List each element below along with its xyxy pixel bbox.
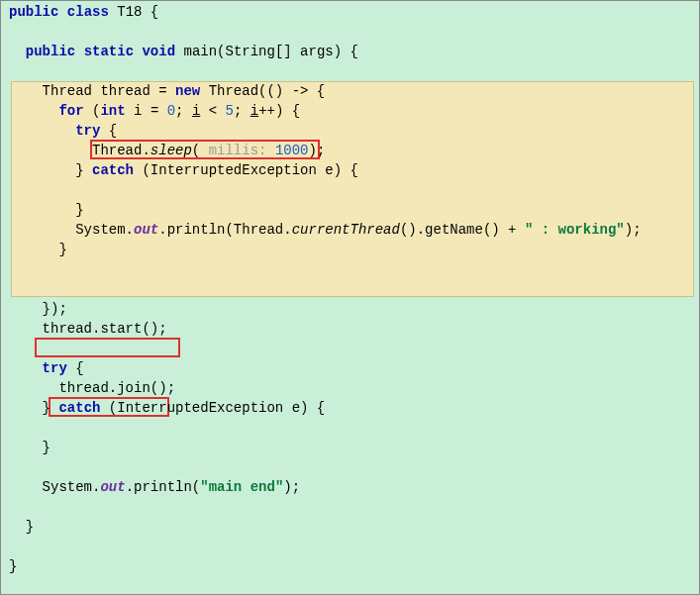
code-line: } — [1, 556, 699, 576]
param-hint-millis: millis: — [209, 143, 267, 158]
code-line: } — [1, 200, 699, 220]
code-line — [1, 22, 699, 42]
keyword-catch: catch — [58, 400, 100, 416]
code-line — [1, 537, 699, 556]
keyword-static: static — [84, 44, 134, 59]
code-editor[interactable]: public class T18 { public static void ma… — [1, 1, 699, 594]
code-line: try { — [1, 358, 699, 378]
code-line: System.out.println(Thread.currentThread(… — [1, 220, 699, 240]
static-method-sleep: sleep — [150, 143, 192, 158]
code-line: Thread thread = new Thread(() -> { — [1, 81, 699, 101]
keyword-public: public — [9, 4, 58, 20]
code-line: public class T18 { — [1, 2, 699, 22]
keyword-try: try — [75, 123, 100, 139]
code-line — [1, 61, 699, 81]
keyword-class: class — [67, 4, 109, 20]
keyword-catch: catch — [92, 162, 134, 178]
annotation-box-start — [35, 338, 180, 357]
code-line — [1, 418, 699, 438]
keyword-new: new — [175, 83, 200, 99]
code-line — [1, 279, 699, 299]
code-line: }); — [1, 299, 699, 319]
string-literal: " : working" — [525, 222, 625, 238]
code-line: System.out.println("main end"); — [1, 477, 699, 497]
string-literal: "main end" — [200, 479, 283, 495]
code-line: } catch (InterruptedException e) { — [1, 160, 699, 180]
keyword-try: try — [43, 360, 67, 376]
code-line: } — [1, 517, 699, 537]
keyword-int: int — [100, 103, 125, 119]
field-out: out — [134, 222, 158, 238]
code-line: } — [1, 240, 699, 259]
keyword-public: public — [26, 44, 75, 59]
code-line: for (int i = 0; i < 5; i++) { — [1, 101, 699, 121]
code-line — [1, 457, 699, 477]
code-line: thread.join(); — [1, 378, 699, 398]
code-line: Thread.sleep( millis: 1000); — [1, 141, 699, 160]
code-line: } catch (InterruptedException e) { — [1, 398, 699, 418]
code-line — [1, 497, 699, 517]
code-line — [1, 180, 699, 200]
code-line: thread.start(); — [1, 319, 699, 339]
code-line — [1, 259, 699, 279]
keyword-for: for — [58, 103, 83, 119]
field-out: out — [100, 479, 125, 495]
code-line: public static void main(String[] args) { — [1, 42, 699, 61]
code-line: try { — [1, 121, 699, 141]
keyword-void: void — [142, 44, 175, 59]
code-line: } — [1, 438, 699, 457]
static-method-currentthread: currentThread — [292, 222, 400, 238]
